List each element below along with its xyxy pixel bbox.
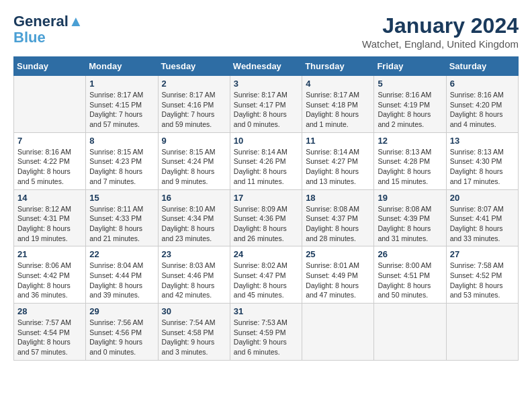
day-detail: Sunrise: 8:13 AMSunset: 4:30 PMDaylight:… (450, 147, 515, 187)
day-number: 2 (162, 79, 226, 89)
calendar-cell (446, 304, 518, 361)
day-detail: Sunrise: 8:14 AMSunset: 4:26 PMDaylight:… (234, 147, 298, 187)
calendar-cell: 12Sunrise: 8:13 AMSunset: 4:28 PMDayligh… (374, 132, 446, 189)
day-number: 20 (450, 193, 515, 203)
day-detail: Sunrise: 8:11 AMSunset: 4:33 PMDaylight:… (89, 204, 154, 244)
day-number: 23 (162, 249, 226, 259)
calendar-cell: 31Sunrise: 7:53 AMSunset: 4:59 PMDayligh… (230, 304, 302, 361)
calendar-cell: 16Sunrise: 8:10 AMSunset: 4:34 PMDayligh… (158, 189, 230, 246)
day-detail: Sunrise: 8:02 AMSunset: 4:47 PMDaylight:… (234, 261, 298, 300)
calendar-cell (14, 76, 86, 133)
day-detail: Sunrise: 8:16 AMSunset: 4:20 PMDaylight:… (450, 90, 515, 130)
day-number: 11 (306, 136, 370, 146)
calendar-cell: 22Sunrise: 8:04 AMSunset: 4:44 PMDayligh… (86, 246, 158, 304)
day-detail: Sunrise: 8:17 AMSunset: 4:18 PMDaylight:… (306, 90, 370, 130)
calendar-cell: 5Sunrise: 8:16 AMSunset: 4:19 PMDaylight… (374, 76, 446, 133)
calendar-title: January 2024 (362, 13, 519, 38)
day-number: 25 (306, 249, 370, 259)
calendar-cell: 25Sunrise: 8:01 AMSunset: 4:49 PMDayligh… (302, 246, 374, 304)
day-detail: Sunrise: 8:13 AMSunset: 4:28 PMDaylight:… (378, 147, 442, 187)
day-detail: Sunrise: 8:17 AMSunset: 4:16 PMDaylight:… (162, 90, 226, 130)
column-header-saturday: Saturday (446, 57, 518, 76)
column-header-friday: Friday (374, 57, 446, 76)
day-detail: Sunrise: 8:04 AMSunset: 4:44 PMDaylight:… (89, 261, 154, 300)
column-header-tuesday: Tuesday (158, 57, 230, 76)
day-detail: Sunrise: 8:15 AMSunset: 4:24 PMDaylight:… (162, 147, 226, 187)
calendar-cell: 7Sunrise: 8:16 AMSunset: 4:22 PMDaylight… (14, 132, 86, 189)
calendar-cell: 11Sunrise: 8:14 AMSunset: 4:27 PMDayligh… (302, 132, 374, 189)
day-detail: Sunrise: 8:09 AMSunset: 4:36 PMDaylight:… (234, 204, 298, 244)
day-detail: Sunrise: 7:53 AMSunset: 4:59 PMDaylight:… (234, 318, 298, 357)
column-header-wednesday: Wednesday (230, 57, 302, 76)
column-header-thursday: Thursday (302, 57, 374, 76)
calendar-cell: 9Sunrise: 8:15 AMSunset: 4:24 PMDaylight… (158, 132, 230, 189)
day-detail: Sunrise: 7:58 AMSunset: 4:52 PMDaylight:… (450, 261, 515, 300)
calendar-cell (374, 304, 446, 361)
calendar-cell: 15Sunrise: 8:11 AMSunset: 4:33 PMDayligh… (86, 189, 158, 246)
day-number: 7 (17, 136, 82, 146)
day-number: 13 (450, 136, 515, 146)
day-number: 22 (89, 249, 154, 259)
day-number: 4 (306, 79, 370, 89)
page-header: General▲ Blue January 2024 Watchet, Engl… (13, 13, 519, 50)
calendar-cell: 2Sunrise: 8:17 AMSunset: 4:16 PMDaylight… (158, 76, 230, 133)
calendar-cell: 8Sunrise: 8:15 AMSunset: 4:23 PMDaylight… (86, 132, 158, 189)
day-detail: Sunrise: 8:17 AMSunset: 4:17 PMDaylight:… (234, 90, 298, 130)
calendar-cell: 27Sunrise: 7:58 AMSunset: 4:52 PMDayligh… (446, 246, 518, 304)
calendar-cell: 10Sunrise: 8:14 AMSunset: 4:26 PMDayligh… (230, 132, 302, 189)
day-detail: Sunrise: 8:01 AMSunset: 4:49 PMDaylight:… (306, 261, 370, 300)
day-detail: Sunrise: 8:12 AMSunset: 4:31 PMDaylight:… (17, 204, 82, 244)
day-detail: Sunrise: 8:17 AMSunset: 4:15 PMDaylight:… (89, 90, 154, 130)
day-detail: Sunrise: 8:14 AMSunset: 4:27 PMDaylight:… (306, 147, 370, 187)
day-detail: Sunrise: 7:57 AMSunset: 4:54 PMDaylight:… (17, 318, 82, 357)
calendar-cell: 1Sunrise: 8:17 AMSunset: 4:15 PMDaylight… (86, 76, 158, 133)
day-detail: Sunrise: 8:10 AMSunset: 4:34 PMDaylight:… (162, 204, 226, 244)
calendar-table: SundayMondayTuesdayWednesdayThursdayFrid… (13, 56, 519, 361)
calendar-cell: 6Sunrise: 8:16 AMSunset: 4:20 PMDaylight… (446, 76, 518, 133)
day-detail: Sunrise: 8:00 AMSunset: 4:51 PMDaylight:… (378, 261, 442, 300)
day-number: 26 (378, 249, 442, 259)
day-number: 27 (450, 249, 515, 259)
calendar-cell: 19Sunrise: 8:08 AMSunset: 4:39 PMDayligh… (374, 189, 446, 246)
day-detail: Sunrise: 8:08 AMSunset: 4:39 PMDaylight:… (378, 204, 442, 244)
calendar-cell: 4Sunrise: 8:17 AMSunset: 4:18 PMDaylight… (302, 76, 374, 133)
day-number: 9 (162, 136, 226, 146)
title-area: January 2024 Watchet, England, United Ki… (362, 13, 519, 50)
calendar-cell: 21Sunrise: 8:06 AMSunset: 4:42 PMDayligh… (14, 246, 86, 304)
day-number: 6 (450, 79, 515, 89)
day-number: 5 (378, 79, 442, 89)
logo-text: General▲ Blue (13, 13, 83, 46)
day-number: 8 (89, 136, 154, 146)
day-number: 24 (234, 249, 298, 259)
day-number: 15 (89, 193, 154, 203)
day-number: 3 (234, 79, 298, 89)
calendar-cell: 23Sunrise: 8:03 AMSunset: 4:46 PMDayligh… (158, 246, 230, 304)
calendar-subtitle: Watchet, England, United Kingdom (362, 38, 519, 50)
day-number: 29 (89, 306, 154, 316)
logo: General▲ Blue (13, 13, 83, 46)
calendar-cell: 20Sunrise: 8:07 AMSunset: 4:41 PMDayligh… (446, 189, 518, 246)
day-number: 18 (306, 193, 370, 203)
day-detail: Sunrise: 8:15 AMSunset: 4:23 PMDaylight:… (89, 147, 154, 187)
day-detail: Sunrise: 8:16 AMSunset: 4:22 PMDaylight:… (17, 147, 82, 187)
calendar-cell: 28Sunrise: 7:57 AMSunset: 4:54 PMDayligh… (14, 304, 86, 361)
calendar-cell: 24Sunrise: 8:02 AMSunset: 4:47 PMDayligh… (230, 246, 302, 304)
day-number: 1 (89, 79, 154, 89)
day-number: 28 (17, 306, 82, 316)
day-number: 19 (378, 193, 442, 203)
day-detail: Sunrise: 7:56 AMSunset: 4:56 PMDaylight:… (89, 318, 154, 357)
day-detail: Sunrise: 8:06 AMSunset: 4:42 PMDaylight:… (17, 261, 82, 300)
calendar-cell: 26Sunrise: 8:00 AMSunset: 4:51 PMDayligh… (374, 246, 446, 304)
calendar-cell: 17Sunrise: 8:09 AMSunset: 4:36 PMDayligh… (230, 189, 302, 246)
day-number: 17 (234, 193, 298, 203)
day-number: 12 (378, 136, 442, 146)
day-detail: Sunrise: 8:16 AMSunset: 4:19 PMDaylight:… (378, 90, 442, 130)
day-detail: Sunrise: 8:07 AMSunset: 4:41 PMDaylight:… (450, 204, 515, 244)
column-header-monday: Monday (86, 57, 158, 76)
day-number: 10 (234, 136, 298, 146)
calendar-cell: 30Sunrise: 7:54 AMSunset: 4:58 PMDayligh… (158, 304, 230, 361)
day-number: 31 (234, 306, 298, 316)
calendar-cell: 18Sunrise: 8:08 AMSunset: 4:37 PMDayligh… (302, 189, 374, 246)
day-detail: Sunrise: 8:08 AMSunset: 4:37 PMDaylight:… (306, 204, 370, 244)
calendar-cell: 3Sunrise: 8:17 AMSunset: 4:17 PMDaylight… (230, 76, 302, 133)
